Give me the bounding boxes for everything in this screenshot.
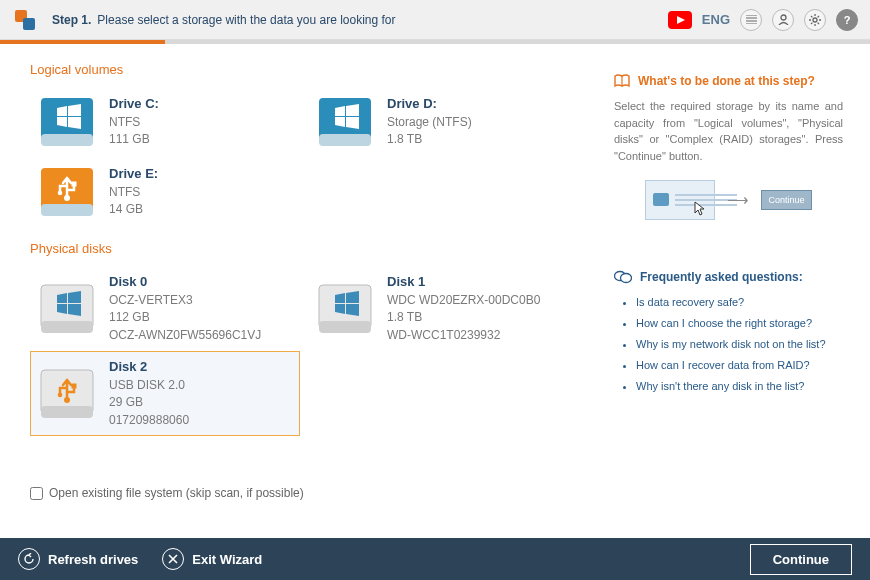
drive-detail: Storage (NTFS) <box>387 114 472 131</box>
drive-detail: 1.8 TB <box>387 309 540 326</box>
drive-name: Drive C: <box>109 95 159 114</box>
win-gray-icon <box>315 281 375 337</box>
language-selector[interactable]: ENG <box>702 12 730 27</box>
main-panel: Logical volumes Drive C:NTFS111 GBDrive … <box>0 44 614 538</box>
log-icon[interactable] <box>740 9 762 31</box>
drive-detail: 111 GB <box>109 131 159 148</box>
help-diagram: ⟶ Continue <box>614 180 843 220</box>
drive-name: Disk 0 <box>109 273 261 292</box>
svg-point-18 <box>813 18 817 22</box>
step-label: Step 1. <box>52 13 91 27</box>
chat-icon <box>614 270 632 284</box>
logical-volumes-grid: Drive C:NTFS111 GBDrive D:Storage (NTFS)… <box>30 87 596 227</box>
physical-drive-item[interactable]: Disk 0OCZ-VERTEX3112 GBOCZ-AWNZ0FW55696C… <box>30 266 300 351</box>
faq-item[interactable]: Why isn't there any disk in the list? <box>636 376 843 397</box>
help-text: Select the required storage by its name … <box>614 98 843 164</box>
refresh-icon <box>18 548 40 570</box>
faq-item[interactable]: How can I recover data from RAID? <box>636 355 843 376</box>
drive-detail: OCZ-AWNZ0FW55696C1VJ <box>109 327 261 344</box>
open-existing-fs-input[interactable] <box>30 487 43 500</box>
svg-rect-19 <box>653 193 669 206</box>
logical-drive-item[interactable]: Drive D:Storage (NTFS)1.8 TB <box>308 87 578 157</box>
drive-detail: WDC WD20EZRX-00DC0B0 <box>387 292 540 309</box>
faq-item[interactable]: Is data recovery safe? <box>636 292 843 313</box>
drive-detail: 29 GB <box>109 394 189 411</box>
header-bar: Step 1. Please select a storage with the… <box>0 0 870 40</box>
win-blue-icon <box>37 94 97 150</box>
close-icon <box>162 548 184 570</box>
drive-name: Disk 2 <box>109 358 189 377</box>
refresh-label: Refresh drives <box>48 552 138 567</box>
section-logical-title: Logical volumes <box>30 62 596 77</box>
svg-rect-15 <box>23 18 35 30</box>
continue-label: Continue <box>773 552 829 567</box>
drive-detail: NTFS <box>109 184 158 201</box>
cursor-icon <box>694 201 708 217</box>
drive-thumb-icon <box>652 191 670 209</box>
help-icon[interactable]: ? <box>836 9 858 31</box>
drive-name: Disk 1 <box>387 273 540 292</box>
drive-detail: NTFS <box>109 114 159 131</box>
logical-drive-item[interactable]: Drive C:NTFS111 GB <box>30 87 300 157</box>
drive-detail: OCZ-VERTEX3 <box>109 292 261 309</box>
drive-name: Drive D: <box>387 95 472 114</box>
drive-detail: USB DISK 2.0 <box>109 377 189 394</box>
drive-detail: 14 GB <box>109 201 158 218</box>
arrow-icon: ⟶ <box>727 191 749 209</box>
section-physical-title: Physical disks <box>30 241 596 256</box>
win-blue-icon <box>315 94 375 150</box>
step-description: Please select a storage with the data yo… <box>97 13 667 27</box>
footer-bar: Refresh drives Exit Wizard Continue <box>0 538 870 580</box>
usb-gray-icon <box>37 366 97 422</box>
open-existing-fs-label: Open existing file system (skip scan, if… <box>49 486 304 500</box>
app-logo-icon <box>12 7 38 33</box>
usb-orange-icon <box>37 164 97 220</box>
svg-point-21 <box>621 274 632 283</box>
drive-detail: 1.8 TB <box>387 131 472 148</box>
physical-drive-item[interactable]: Disk 1WDC WD20EZRX-00DC0B01.8 TBWD-WCC1T… <box>308 266 578 351</box>
continue-button[interactable]: Continue <box>750 544 852 575</box>
svg-point-17 <box>781 15 786 20</box>
side-panel: What's to be done at this step? Select t… <box>614 44 870 538</box>
youtube-icon[interactable] <box>668 11 692 29</box>
open-existing-fs-checkbox[interactable]: Open existing file system (skip scan, if… <box>30 486 596 500</box>
exit-label: Exit Wizard <box>192 552 262 567</box>
refresh-drives-button[interactable]: Refresh drives <box>18 548 138 570</box>
exit-wizard-button[interactable]: Exit Wizard <box>162 548 262 570</box>
drive-name: Drive E: <box>109 165 158 184</box>
drive-detail: WD-WCC1T0239932 <box>387 327 540 344</box>
drive-detail: 017209888060 <box>109 412 189 429</box>
physical-disks-grid: Disk 0OCZ-VERTEX3112 GBOCZ-AWNZ0FW55696C… <box>30 266 596 436</box>
drive-detail: 112 GB <box>109 309 261 326</box>
physical-drive-item[interactable]: Disk 2USB DISK 2.029 GB017209888060 <box>30 351 300 436</box>
help-title: What's to be done at this step? <box>638 74 815 88</box>
book-icon <box>614 74 630 88</box>
user-icon[interactable] <box>772 9 794 31</box>
win-gray-icon <box>37 281 97 337</box>
faq-list: Is data recovery safe?How can I choose t… <box>614 292 843 396</box>
diagram-continue-button: Continue <box>761 190 811 210</box>
logical-drive-item[interactable]: Drive E:NTFS14 GB <box>30 157 300 227</box>
faq-item[interactable]: How can I choose the right storage? <box>636 313 843 334</box>
faq-item[interactable]: Why is my network disk not on the list? <box>636 334 843 355</box>
gear-icon[interactable] <box>804 9 826 31</box>
faq-title: Frequently asked questions: <box>640 270 803 284</box>
